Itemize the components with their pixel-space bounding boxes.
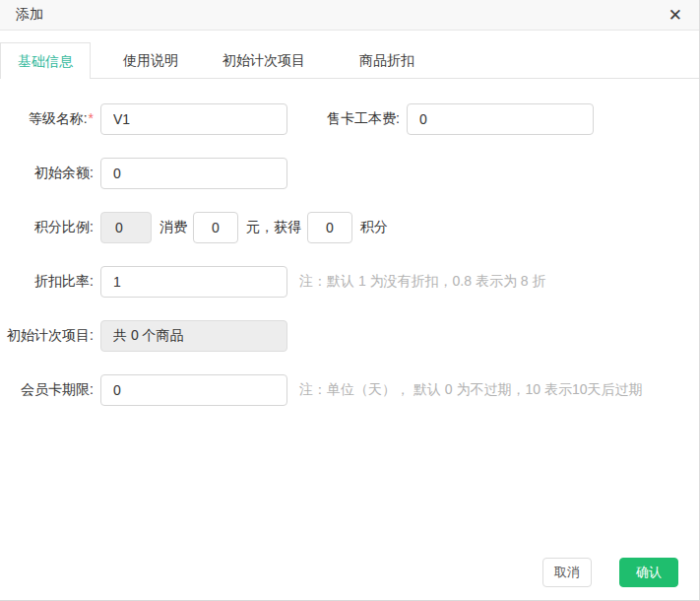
row-card-duration: 会员卡期限: 注：单位（天）， 默认 0 为不过期，10 表示10天后过期 [0,374,699,406]
discount-ratio-label: 折扣比率: [0,273,94,291]
initial-balance-input[interactable] [100,158,287,189]
points-ratio-base-input [100,212,152,243]
required-asterisk: * [89,110,94,126]
consume-label: 消费 [159,219,187,236]
row-initial-balance: 初始余额: [0,158,699,189]
row-initial-count-items: 初始计次项目: [0,320,699,352]
dialog-footer: 取消 确认 [542,558,678,587]
tab-basic-info[interactable]: 基础信息 [0,42,91,79]
card-fee-input[interactable] [407,103,594,135]
close-icon[interactable]: ✕ [668,4,682,28]
add-member-level-dialog: 添加 ✕ 基础信息 使用说明 初始计次项目 商品折扣 等级名称:* 售卡工本费:… [0,0,700,601]
initial-count-items-input [100,320,287,352]
cancel-button[interactable]: 取消 [542,558,592,587]
discount-ratio-note: 注：默认 1 为没有折扣，0.8 表示为 8 折 [299,273,545,291]
row-discount-ratio: 折扣比率: 注：默认 1 为没有折扣，0.8 表示为 8 折 [0,266,699,298]
dialog-title: 添加 [16,6,43,24]
row-points-ratio: 积分比例: 消费 元，获得 积分 [0,212,699,243]
initial-count-items-label: 初始计次项目: [0,327,94,345]
card-duration-note: 注：单位（天）， 默认 0 为不过期，10 表示10天后过期 [299,381,643,399]
discount-ratio-input[interactable] [100,266,287,298]
level-name-label: 等级名称:* [0,110,94,128]
tab-initial-count-items[interactable]: 初始计次项目 [223,42,305,78]
yuan-get-label: 元，获得 [246,219,301,236]
row-level-name: 等级名称:* 售卡工本费: [0,103,699,135]
card-duration-input[interactable] [100,374,287,406]
points-ratio-label: 积分比例: [0,219,94,236]
points-unit-label: 积分 [360,219,388,236]
initial-balance-label: 初始余额: [0,165,94,182]
consume-amount-input[interactable] [193,212,238,243]
tab-bar: 基础信息 使用说明 初始计次项目 商品折扣 [0,42,699,79]
gain-points-input[interactable] [307,212,352,243]
dialog-header: 添加 [0,0,699,31]
level-name-input[interactable] [100,103,287,135]
card-duration-label: 会员卡期限: [0,381,94,399]
basic-info-form: 等级名称:* 售卡工本费: 初始余额: 积分比例: 消费 元，获得 积分 折扣比… [0,79,699,406]
confirm-button[interactable]: 确认 [619,558,678,587]
tab-product-discount[interactable]: 商品折扣 [359,42,414,78]
tab-usage-instructions[interactable]: 使用说明 [123,42,178,78]
card-fee-label: 售卡工本费: [327,110,400,128]
